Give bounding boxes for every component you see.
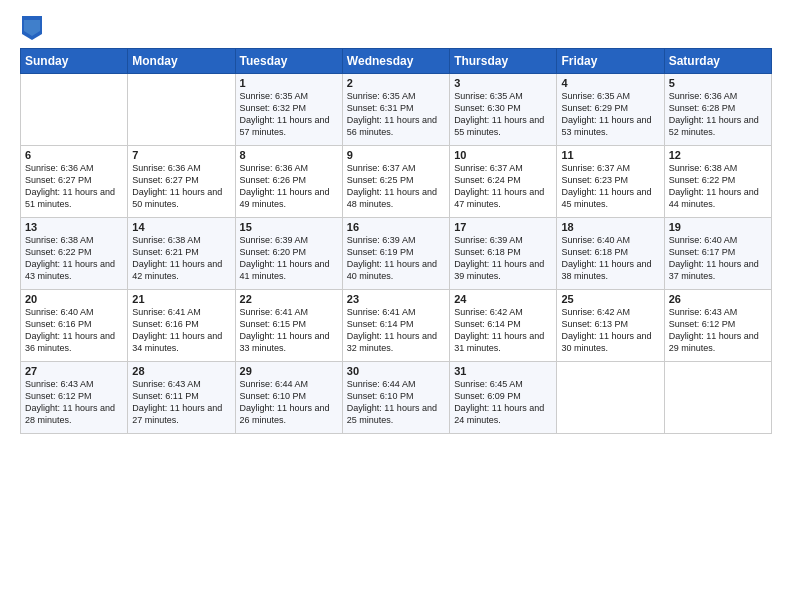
day-number: 28 (132, 365, 230, 377)
week-row-2: 6Sunrise: 6:36 AM Sunset: 6:27 PM Daylig… (21, 146, 772, 218)
day-info: Sunrise: 6:42 AM Sunset: 6:14 PM Dayligh… (454, 306, 552, 355)
day-number: 25 (561, 293, 659, 305)
day-info: Sunrise: 6:35 AM Sunset: 6:29 PM Dayligh… (561, 90, 659, 139)
day-info: Sunrise: 6:43 AM Sunset: 6:12 PM Dayligh… (25, 378, 123, 427)
day-number: 7 (132, 149, 230, 161)
day-info: Sunrise: 6:38 AM Sunset: 6:21 PM Dayligh… (132, 234, 230, 283)
day-number: 29 (240, 365, 338, 377)
day-number: 22 (240, 293, 338, 305)
week-row-4: 20Sunrise: 6:40 AM Sunset: 6:16 PM Dayli… (21, 290, 772, 362)
day-number: 19 (669, 221, 767, 233)
day-number: 10 (454, 149, 552, 161)
day-number: 16 (347, 221, 445, 233)
day-info: Sunrise: 6:41 AM Sunset: 6:16 PM Dayligh… (132, 306, 230, 355)
header (20, 16, 772, 40)
day-info: Sunrise: 6:36 AM Sunset: 6:28 PM Dayligh… (669, 90, 767, 139)
day-header-wednesday: Wednesday (342, 49, 449, 74)
day-info: Sunrise: 6:40 AM Sunset: 6:16 PM Dayligh… (25, 306, 123, 355)
day-info: Sunrise: 6:37 AM Sunset: 6:24 PM Dayligh… (454, 162, 552, 211)
day-info: Sunrise: 6:45 AM Sunset: 6:09 PM Dayligh… (454, 378, 552, 427)
day-info: Sunrise: 6:44 AM Sunset: 6:10 PM Dayligh… (347, 378, 445, 427)
logo (20, 16, 42, 40)
day-info: Sunrise: 6:39 AM Sunset: 6:20 PM Dayligh… (240, 234, 338, 283)
day-cell: 2Sunrise: 6:35 AM Sunset: 6:31 PM Daylig… (342, 74, 449, 146)
day-number: 26 (669, 293, 767, 305)
day-cell: 3Sunrise: 6:35 AM Sunset: 6:30 PM Daylig… (450, 74, 557, 146)
day-info: Sunrise: 6:35 AM Sunset: 6:32 PM Dayligh… (240, 90, 338, 139)
header-row: SundayMondayTuesdayWednesdayThursdayFrid… (21, 49, 772, 74)
day-cell: 10Sunrise: 6:37 AM Sunset: 6:24 PM Dayli… (450, 146, 557, 218)
day-info: Sunrise: 6:43 AM Sunset: 6:12 PM Dayligh… (669, 306, 767, 355)
day-cell: 7Sunrise: 6:36 AM Sunset: 6:27 PM Daylig… (128, 146, 235, 218)
day-number: 30 (347, 365, 445, 377)
day-info: Sunrise: 6:35 AM Sunset: 6:30 PM Dayligh… (454, 90, 552, 139)
day-number: 14 (132, 221, 230, 233)
day-number: 20 (25, 293, 123, 305)
week-row-1: 1Sunrise: 6:35 AM Sunset: 6:32 PM Daylig… (21, 74, 772, 146)
day-cell (664, 362, 771, 434)
day-cell: 15Sunrise: 6:39 AM Sunset: 6:20 PM Dayli… (235, 218, 342, 290)
day-cell: 25Sunrise: 6:42 AM Sunset: 6:13 PM Dayli… (557, 290, 664, 362)
logo-icon (22, 16, 42, 40)
day-header-monday: Monday (128, 49, 235, 74)
day-cell: 28Sunrise: 6:43 AM Sunset: 6:11 PM Dayli… (128, 362, 235, 434)
day-info: Sunrise: 6:43 AM Sunset: 6:11 PM Dayligh… (132, 378, 230, 427)
day-cell: 22Sunrise: 6:41 AM Sunset: 6:15 PM Dayli… (235, 290, 342, 362)
day-number: 15 (240, 221, 338, 233)
day-number: 8 (240, 149, 338, 161)
day-number: 31 (454, 365, 552, 377)
day-cell (557, 362, 664, 434)
day-number: 11 (561, 149, 659, 161)
day-info: Sunrise: 6:37 AM Sunset: 6:25 PM Dayligh… (347, 162, 445, 211)
day-number: 18 (561, 221, 659, 233)
day-cell: 6Sunrise: 6:36 AM Sunset: 6:27 PM Daylig… (21, 146, 128, 218)
day-number: 23 (347, 293, 445, 305)
day-cell: 29Sunrise: 6:44 AM Sunset: 6:10 PM Dayli… (235, 362, 342, 434)
calendar-table: SundayMondayTuesdayWednesdayThursdayFrid… (20, 48, 772, 434)
day-cell: 11Sunrise: 6:37 AM Sunset: 6:23 PM Dayli… (557, 146, 664, 218)
week-row-3: 13Sunrise: 6:38 AM Sunset: 6:22 PM Dayli… (21, 218, 772, 290)
day-cell: 30Sunrise: 6:44 AM Sunset: 6:10 PM Dayli… (342, 362, 449, 434)
day-cell: 27Sunrise: 6:43 AM Sunset: 6:12 PM Dayli… (21, 362, 128, 434)
day-info: Sunrise: 6:36 AM Sunset: 6:27 PM Dayligh… (132, 162, 230, 211)
day-cell: 23Sunrise: 6:41 AM Sunset: 6:14 PM Dayli… (342, 290, 449, 362)
day-number: 1 (240, 77, 338, 89)
day-number: 4 (561, 77, 659, 89)
day-number: 17 (454, 221, 552, 233)
day-number: 9 (347, 149, 445, 161)
day-number: 24 (454, 293, 552, 305)
page: SundayMondayTuesdayWednesdayThursdayFrid… (0, 0, 792, 612)
day-info: Sunrise: 6:40 AM Sunset: 6:17 PM Dayligh… (669, 234, 767, 283)
day-cell: 12Sunrise: 6:38 AM Sunset: 6:22 PM Dayli… (664, 146, 771, 218)
day-cell: 9Sunrise: 6:37 AM Sunset: 6:25 PM Daylig… (342, 146, 449, 218)
day-number: 27 (25, 365, 123, 377)
day-info: Sunrise: 6:36 AM Sunset: 6:27 PM Dayligh… (25, 162, 123, 211)
day-cell: 5Sunrise: 6:36 AM Sunset: 6:28 PM Daylig… (664, 74, 771, 146)
day-header-tuesday: Tuesday (235, 49, 342, 74)
day-info: Sunrise: 6:41 AM Sunset: 6:15 PM Dayligh… (240, 306, 338, 355)
day-cell: 18Sunrise: 6:40 AM Sunset: 6:18 PM Dayli… (557, 218, 664, 290)
day-info: Sunrise: 6:36 AM Sunset: 6:26 PM Dayligh… (240, 162, 338, 211)
day-info: Sunrise: 6:42 AM Sunset: 6:13 PM Dayligh… (561, 306, 659, 355)
day-number: 12 (669, 149, 767, 161)
day-header-thursday: Thursday (450, 49, 557, 74)
day-cell: 13Sunrise: 6:38 AM Sunset: 6:22 PM Dayli… (21, 218, 128, 290)
day-number: 5 (669, 77, 767, 89)
day-info: Sunrise: 6:41 AM Sunset: 6:14 PM Dayligh… (347, 306, 445, 355)
day-number: 21 (132, 293, 230, 305)
day-cell (128, 74, 235, 146)
week-row-5: 27Sunrise: 6:43 AM Sunset: 6:12 PM Dayli… (21, 362, 772, 434)
day-cell: 21Sunrise: 6:41 AM Sunset: 6:16 PM Dayli… (128, 290, 235, 362)
day-header-friday: Friday (557, 49, 664, 74)
day-info: Sunrise: 6:38 AM Sunset: 6:22 PM Dayligh… (669, 162, 767, 211)
day-cell: 26Sunrise: 6:43 AM Sunset: 6:12 PM Dayli… (664, 290, 771, 362)
day-cell: 17Sunrise: 6:39 AM Sunset: 6:18 PM Dayli… (450, 218, 557, 290)
day-info: Sunrise: 6:40 AM Sunset: 6:18 PM Dayligh… (561, 234, 659, 283)
day-info: Sunrise: 6:37 AM Sunset: 6:23 PM Dayligh… (561, 162, 659, 211)
day-cell (21, 74, 128, 146)
day-header-sunday: Sunday (21, 49, 128, 74)
day-info: Sunrise: 6:44 AM Sunset: 6:10 PM Dayligh… (240, 378, 338, 427)
day-info: Sunrise: 6:38 AM Sunset: 6:22 PM Dayligh… (25, 234, 123, 283)
day-cell: 24Sunrise: 6:42 AM Sunset: 6:14 PM Dayli… (450, 290, 557, 362)
day-number: 3 (454, 77, 552, 89)
